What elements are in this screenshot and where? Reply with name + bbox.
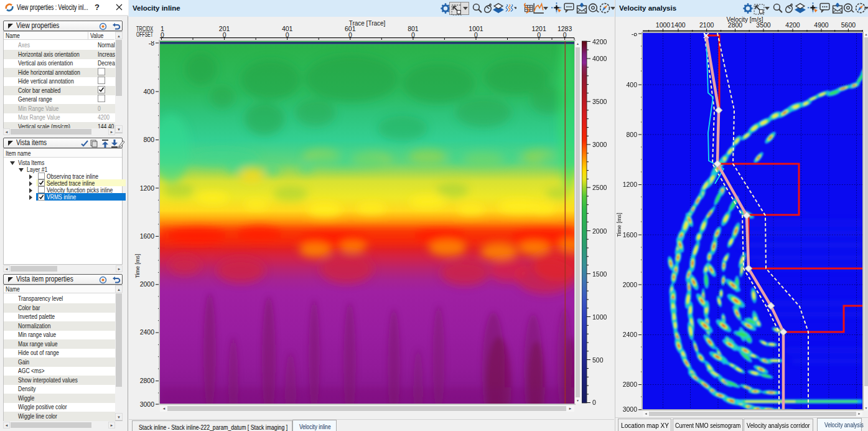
- svg-text:0: 0: [411, 31, 415, 39]
- svg-text:2100: 2100: [699, 21, 714, 29]
- svg-text:Time [ms]: Time [ms]: [134, 253, 141, 278]
- svg-text:3000: 3000: [140, 400, 155, 408]
- svg-text:0: 0: [563, 31, 567, 39]
- svg-text:2400: 2400: [140, 328, 155, 336]
- svg-text:1400: 1400: [671, 21, 686, 29]
- svg-text:1200: 1200: [623, 181, 638, 188]
- svg-text:400: 400: [626, 81, 637, 88]
- svg-text:OFFSET: OFFSET: [136, 31, 153, 38]
- svg-text:1600: 1600: [623, 231, 638, 239]
- svg-text:800: 800: [626, 131, 637, 138]
- svg-text:0: 0: [161, 31, 164, 39]
- svg-text:5600: 5600: [841, 21, 856, 29]
- svg-text:1500: 1500: [592, 270, 607, 278]
- svg-text:1000: 1000: [592, 313, 607, 321]
- svg-text:1000: 1000: [656, 21, 671, 29]
- svg-text:Time [ms]: Time [ms]: [616, 212, 622, 237]
- svg-text:800: 800: [143, 136, 154, 143]
- svg-text:3500: 3500: [592, 98, 607, 105]
- svg-text:500: 500: [592, 356, 604, 364]
- svg-text:-8: -8: [149, 41, 154, 47]
- svg-text:0: 0: [348, 31, 352, 39]
- svg-text:1600: 1600: [140, 232, 155, 240]
- svg-text:2000: 2000: [592, 227, 607, 235]
- svg-text:0: 0: [592, 399, 596, 406]
- svg-text:0: 0: [474, 31, 478, 39]
- svg-text:400: 400: [143, 88, 154, 95]
- svg-text:0: 0: [286, 31, 289, 39]
- svg-text:0: 0: [223, 31, 226, 39]
- svg-text:3000: 3000: [623, 405, 638, 413]
- svg-text:2500: 2500: [592, 184, 607, 191]
- svg-text:-8: -8: [632, 33, 637, 37]
- svg-text:0: 0: [537, 31, 541, 39]
- svg-text:2000: 2000: [623, 281, 638, 288]
- svg-text:2400: 2400: [623, 331, 638, 338]
- svg-text:4000: 4000: [592, 55, 607, 62]
- svg-text:3500: 3500: [756, 21, 771, 29]
- svg-text:3000: 3000: [592, 141, 607, 148]
- svg-text:2800: 2800: [623, 381, 638, 388]
- svg-text:2800: 2800: [140, 377, 155, 384]
- svg-text:4200: 4200: [592, 38, 607, 45]
- svg-text:4200: 4200: [785, 21, 800, 29]
- svg-text:2000: 2000: [140, 280, 155, 288]
- svg-text:4900: 4900: [814, 21, 829, 29]
- svg-text:1200: 1200: [140, 184, 155, 192]
- svg-text:2800: 2800: [728, 21, 743, 29]
